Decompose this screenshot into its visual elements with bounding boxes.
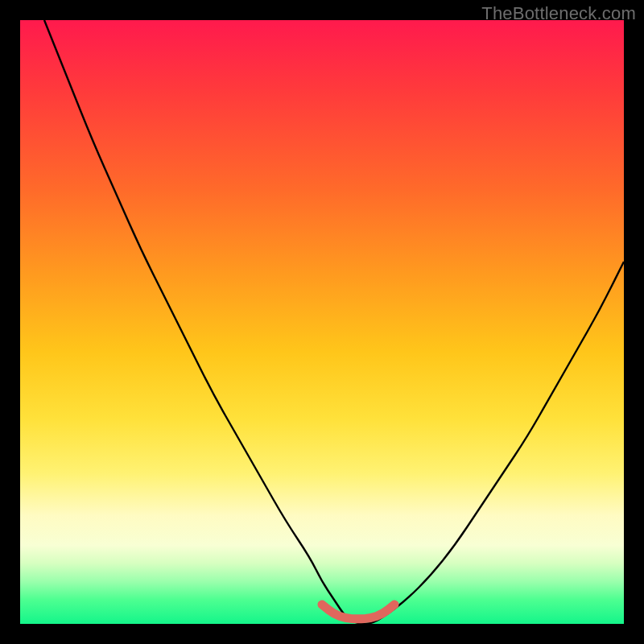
chart-frame: TheBottleneck.com	[0, 0, 644, 644]
bottleneck-curve-svg	[20, 20, 624, 624]
watermark-text: TheBottleneck.com	[481, 3, 636, 24]
valley-accent-line	[322, 605, 394, 619]
plot-area	[20, 20, 624, 624]
mismatch-curve-line	[44, 20, 624, 624]
